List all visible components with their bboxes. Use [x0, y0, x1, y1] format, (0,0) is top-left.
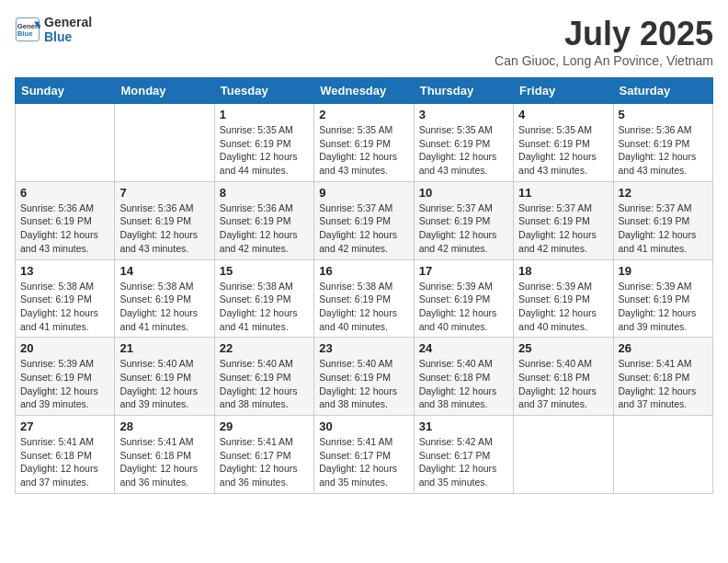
day-info: Sunrise: 5:37 AM Sunset: 6:19 PM Dayligh…	[619, 201, 708, 256]
weekday-header-sunday: Sunday	[16, 78, 115, 104]
weekday-header-monday: Monday	[115, 78, 214, 104]
day-info: Sunrise: 5:38 AM Sunset: 6:19 PM Dayligh…	[319, 280, 408, 334]
day-info: Sunrise: 5:42 AM Sunset: 6:17 PM Dayligh…	[419, 435, 508, 489]
calendar-cell: 13Sunrise: 5:38 AM Sunset: 6:19 PM Dayli…	[16, 259, 115, 338]
day-number: 19	[619, 264, 708, 278]
location-subtitle: Can Giuoc, Long An Povince, Vietnam	[495, 53, 713, 68]
day-number: 13	[20, 264, 109, 278]
day-number: 18	[518, 264, 608, 278]
day-info: Sunrise: 5:39 AM Sunset: 6:19 PM Dayligh…	[619, 280, 708, 334]
calendar-cell: 16Sunrise: 5:38 AM Sunset: 6:19 PM Dayli…	[314, 259, 414, 338]
day-info: Sunrise: 5:40 AM Sunset: 6:18 PM Dayligh…	[518, 357, 608, 411]
day-number: 28	[119, 419, 209, 433]
day-info: Sunrise: 5:36 AM Sunset: 6:19 PM Dayligh…	[119, 201, 209, 256]
calendar-cell: 14Sunrise: 5:38 AM Sunset: 6:19 PM Dayli…	[115, 259, 214, 338]
day-info: Sunrise: 5:40 AM Sunset: 6:19 PM Dayligh…	[119, 357, 209, 411]
calendar-cell: 28Sunrise: 5:41 AM Sunset: 6:18 PM Dayli…	[115, 416, 214, 494]
title-area: July 2025 Can Giuoc, Long An Povince, Vi…	[495, 15, 713, 68]
day-info: Sunrise: 5:39 AM Sunset: 6:19 PM Dayligh…	[518, 280, 608, 334]
day-number: 23	[319, 341, 408, 355]
month-year-title: July 2025	[495, 15, 713, 53]
day-number: 14	[119, 264, 209, 278]
logo-icon: General Blue	[15, 17, 40, 42]
logo-blue: Blue	[44, 29, 92, 44]
day-number: 16	[319, 264, 408, 278]
calendar-cell: 18Sunrise: 5:39 AM Sunset: 6:19 PM Dayli…	[514, 259, 613, 338]
weekday-header-row: SundayMondayTuesdayWednesdayThursdayFrid…	[16, 78, 713, 104]
day-info: Sunrise: 5:36 AM Sunset: 6:19 PM Dayligh…	[220, 201, 309, 256]
day-number: 11	[518, 186, 608, 200]
day-number: 4	[518, 108, 608, 121]
calendar-cell: 11Sunrise: 5:37 AM Sunset: 6:19 PM Dayli…	[514, 181, 613, 259]
day-info: Sunrise: 5:41 AM Sunset: 6:17 PM Dayligh…	[220, 435, 309, 489]
day-info: Sunrise: 5:36 AM Sunset: 6:19 PM Dayligh…	[20, 201, 109, 256]
day-number: 22	[220, 341, 309, 355]
calendar-cell: 3Sunrise: 5:35 AM Sunset: 6:19 PM Daylig…	[414, 104, 513, 182]
calendar-cell: 22Sunrise: 5:40 AM Sunset: 6:19 PM Dayli…	[214, 338, 313, 416]
calendar-cell: 10Sunrise: 5:37 AM Sunset: 6:19 PM Dayli…	[414, 181, 513, 259]
calendar-cell: 25Sunrise: 5:40 AM Sunset: 6:18 PM Dayli…	[514, 338, 613, 416]
day-number: 30	[319, 419, 408, 433]
day-number: 1	[220, 108, 309, 121]
calendar-cell: 8Sunrise: 5:36 AM Sunset: 6:19 PM Daylig…	[214, 181, 313, 259]
weekday-header-friday: Friday	[514, 78, 613, 104]
weekday-header-tuesday: Tuesday	[214, 78, 313, 104]
svg-text:Blue: Blue	[17, 29, 33, 38]
calendar-cell: 7Sunrise: 5:36 AM Sunset: 6:19 PM Daylig…	[115, 181, 214, 259]
day-number: 26	[619, 341, 708, 355]
day-info: Sunrise: 5:37 AM Sunset: 6:19 PM Dayligh…	[319, 201, 408, 256]
calendar-cell: 6Sunrise: 5:36 AM Sunset: 6:19 PM Daylig…	[16, 181, 115, 259]
day-info: Sunrise: 5:35 AM Sunset: 6:19 PM Dayligh…	[319, 123, 408, 178]
day-number: 24	[419, 341, 508, 355]
header: General Blue General Blue July 2025 Can …	[15, 15, 713, 68]
day-info: Sunrise: 5:35 AM Sunset: 6:19 PM Dayligh…	[518, 123, 608, 178]
day-info: Sunrise: 5:40 AM Sunset: 6:18 PM Dayligh…	[419, 357, 508, 411]
calendar-cell: 17Sunrise: 5:39 AM Sunset: 6:19 PM Dayli…	[414, 259, 513, 338]
day-number: 5	[619, 108, 708, 121]
weekday-header-saturday: Saturday	[613, 78, 712, 104]
day-info: Sunrise: 5:41 AM Sunset: 6:18 PM Dayligh…	[619, 357, 708, 411]
day-number: 31	[419, 419, 508, 433]
day-number: 15	[220, 264, 309, 278]
day-number: 2	[319, 108, 408, 121]
day-info: Sunrise: 5:38 AM Sunset: 6:19 PM Dayligh…	[119, 280, 209, 334]
calendar-cell: 2Sunrise: 5:35 AM Sunset: 6:19 PM Daylig…	[314, 104, 414, 182]
calendar-cell: 30Sunrise: 5:41 AM Sunset: 6:17 PM Dayli…	[314, 416, 414, 494]
calendar-cell: 5Sunrise: 5:36 AM Sunset: 6:19 PM Daylig…	[613, 104, 712, 182]
calendar-cell: 26Sunrise: 5:41 AM Sunset: 6:18 PM Dayli…	[613, 338, 712, 416]
calendar-cell: 27Sunrise: 5:41 AM Sunset: 6:18 PM Dayli…	[16, 416, 115, 494]
calendar-cell: 1Sunrise: 5:35 AM Sunset: 6:19 PM Daylig…	[214, 104, 313, 182]
day-info: Sunrise: 5:41 AM Sunset: 6:17 PM Dayligh…	[319, 435, 408, 489]
calendar-cell: 29Sunrise: 5:41 AM Sunset: 6:17 PM Dayli…	[214, 416, 313, 494]
day-info: Sunrise: 5:40 AM Sunset: 6:19 PM Dayligh…	[220, 357, 309, 411]
day-number: 7	[119, 186, 209, 200]
calendar-cell: 12Sunrise: 5:37 AM Sunset: 6:19 PM Dayli…	[613, 181, 712, 259]
calendar-table: SundayMondayTuesdayWednesdayThursdayFrid…	[15, 77, 713, 494]
week-row-5: 27Sunrise: 5:41 AM Sunset: 6:18 PM Dayli…	[16, 416, 713, 494]
calendar-cell	[115, 104, 214, 182]
day-info: Sunrise: 5:36 AM Sunset: 6:19 PM Dayligh…	[619, 123, 708, 178]
calendar-cell	[613, 416, 712, 494]
calendar-cell: 31Sunrise: 5:42 AM Sunset: 6:17 PM Dayli…	[414, 416, 513, 494]
calendar-cell: 9Sunrise: 5:37 AM Sunset: 6:19 PM Daylig…	[314, 181, 414, 259]
logo-general: General	[44, 15, 92, 29]
calendar-cell	[514, 416, 613, 494]
calendar-cell: 15Sunrise: 5:38 AM Sunset: 6:19 PM Dayli…	[214, 259, 313, 338]
logo: General Blue General Blue	[15, 15, 92, 44]
day-info: Sunrise: 5:41 AM Sunset: 6:18 PM Dayligh…	[20, 435, 109, 489]
day-number: 3	[419, 108, 508, 121]
day-number: 21	[119, 341, 209, 355]
day-number: 10	[419, 186, 508, 200]
day-number: 27	[20, 419, 109, 433]
calendar-cell: 23Sunrise: 5:40 AM Sunset: 6:19 PM Dayli…	[314, 338, 414, 416]
day-number: 9	[319, 186, 408, 200]
day-info: Sunrise: 5:39 AM Sunset: 6:19 PM Dayligh…	[20, 357, 109, 411]
day-number: 17	[419, 264, 508, 278]
day-number: 29	[220, 419, 309, 433]
day-number: 12	[619, 186, 708, 200]
day-info: Sunrise: 5:37 AM Sunset: 6:19 PM Dayligh…	[518, 201, 608, 256]
week-row-1: 1Sunrise: 5:35 AM Sunset: 6:19 PM Daylig…	[16, 104, 713, 182]
day-info: Sunrise: 5:40 AM Sunset: 6:19 PM Dayligh…	[319, 357, 408, 411]
week-row-4: 20Sunrise: 5:39 AM Sunset: 6:19 PM Dayli…	[16, 338, 713, 416]
calendar-cell	[16, 104, 115, 182]
